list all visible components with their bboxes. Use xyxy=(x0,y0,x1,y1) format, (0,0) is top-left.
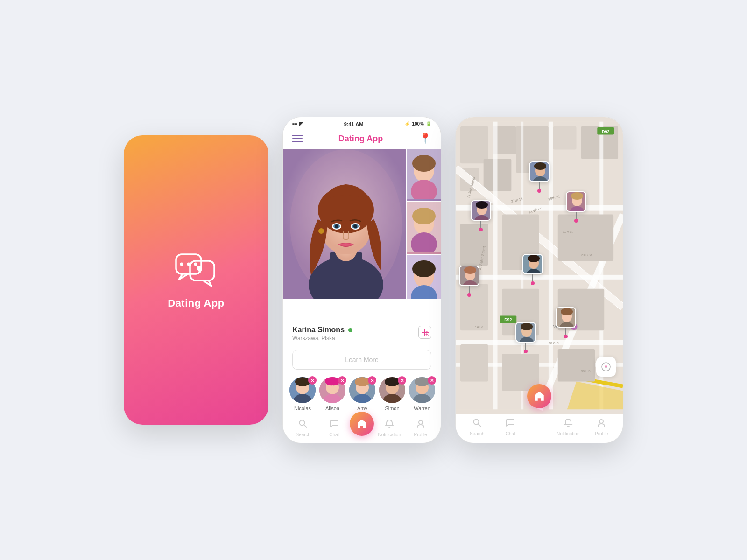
map-notification-icon xyxy=(564,418,573,430)
svg-rect-80 xyxy=(558,349,595,382)
map-pin-1[interactable] xyxy=(529,161,550,193)
svg-rect-62 xyxy=(553,126,577,150)
nav-notification[interactable]: Notification xyxy=(374,419,405,437)
svg-text:38th St: 38th St xyxy=(581,370,592,373)
match-avatar-wrap-warren: ✕ xyxy=(409,377,435,403)
match-close-simon[interactable]: ✕ xyxy=(398,376,406,385)
svg-point-130 xyxy=(599,420,603,423)
matches-section: ✕ Nicolas ✕ xyxy=(283,375,441,415)
svg-point-121 xyxy=(561,308,573,315)
online-indicator xyxy=(348,328,352,332)
nav-profile[interactable]: Profile xyxy=(405,419,437,437)
compass-button[interactable] xyxy=(596,357,616,377)
map-nav-chat-label: Chat xyxy=(506,431,515,436)
svg-point-51 xyxy=(415,377,430,386)
nav-notification-label: Notification xyxy=(378,432,401,437)
secondary-image-1 xyxy=(406,149,441,202)
match-item-nicolas[interactable]: ✕ Nicolas xyxy=(289,377,316,411)
signal-icon: ▪▪▪ ◤ xyxy=(292,121,303,127)
map-pin-2[interactable] xyxy=(471,200,491,231)
svg-point-14 xyxy=(335,224,338,228)
map-pin-avatar-2 xyxy=(471,200,491,221)
splash-screen: Dating App xyxy=(124,135,268,425)
header-title: Dating App xyxy=(338,134,383,144)
profile-images xyxy=(283,149,441,319)
svg-point-43 xyxy=(355,377,370,386)
chat-icon xyxy=(330,419,339,431)
match-close-amy[interactable]: ✕ xyxy=(368,376,376,385)
search-icon xyxy=(298,419,308,431)
svg-text:18 C St: 18 C St xyxy=(549,342,559,345)
location-button[interactable]: 📍 xyxy=(419,133,431,145)
profile-location: Warszawa, Plska xyxy=(292,335,352,342)
status-bar: ▪▪▪ ◤ 9:41 AM ⚡ 100% 🔋 xyxy=(283,117,441,129)
match-close-alison[interactable]: ✕ xyxy=(338,376,346,385)
menu-line-3 xyxy=(292,141,303,142)
match-avatar-wrap-simon: ✕ xyxy=(379,377,405,403)
match-avatar-wrap-amy: ✕ xyxy=(349,377,375,403)
map-pin-4[interactable] xyxy=(522,254,543,285)
app-screen: ▪▪▪ ◤ 9:41 AM ⚡ 100% 🔋 Dating App 📍 xyxy=(282,117,441,443)
bluetooth-icon: ⚡ xyxy=(404,121,410,126)
svg-text:23 B St: 23 B St xyxy=(581,253,592,257)
svg-point-21 xyxy=(412,155,436,172)
status-icons: ⚡ 100% 🔋 xyxy=(404,121,431,126)
map-pin-avatar-7 xyxy=(515,322,536,343)
map-nav-notification-label: Notification xyxy=(557,431,579,436)
map-nav-notification[interactable]: Notification xyxy=(551,418,585,436)
nav-search[interactable]: Search xyxy=(288,419,319,437)
svg-point-55 xyxy=(419,420,423,424)
matches-list: ✕ Nicolas ✕ xyxy=(289,377,434,411)
match-item-alison[interactable]: ✕ Alison xyxy=(319,377,345,411)
map-pin-avatar-4 xyxy=(522,254,543,274)
svg-point-117 xyxy=(464,266,476,274)
svg-point-101 xyxy=(534,162,546,170)
map-nav-chat[interactable]: Chat xyxy=(494,418,528,436)
svg-point-1 xyxy=(180,263,183,266)
add-profile-button[interactable]: + xyxy=(418,326,431,339)
learn-more-button[interactable]: Learn More xyxy=(292,350,431,370)
svg-point-105 xyxy=(476,201,488,209)
map-nav-search[interactable]: Search xyxy=(460,418,494,436)
splash-title: Dating App xyxy=(168,297,225,309)
match-item-amy[interactable]: ✕ Amy xyxy=(349,377,375,411)
svg-point-35 xyxy=(295,377,310,386)
map-pin-5[interactable] xyxy=(459,266,479,297)
menu-button[interactable] xyxy=(292,135,303,142)
map-pin-avatar-6 xyxy=(556,307,576,328)
nav-chat[interactable]: Chat xyxy=(319,419,350,437)
map-pin-avatar-1 xyxy=(529,161,550,182)
map-pin-6[interactable] xyxy=(556,307,576,338)
map-pin-7[interactable] xyxy=(515,322,536,353)
map-pin-avatar-3 xyxy=(566,191,586,212)
match-item-simon[interactable]: ✕ Simon xyxy=(379,377,405,411)
svg-rect-68 xyxy=(493,122,498,410)
map-pin-3[interactable] xyxy=(566,191,586,223)
svg-text:D92: D92 xyxy=(504,317,512,322)
match-name-nicolas: Nicolas xyxy=(294,406,311,411)
svg-text:21 A St: 21 A St xyxy=(563,230,573,233)
match-close-warren[interactable]: ✕ xyxy=(428,376,436,385)
secondary-image-3 xyxy=(406,255,441,299)
home-button[interactable] xyxy=(350,412,374,436)
svg-rect-4 xyxy=(190,261,214,280)
nav-search-label: Search xyxy=(296,432,310,437)
svg-text:+: + xyxy=(425,332,428,336)
map-nav-profile-label: Profile xyxy=(595,431,608,436)
map-area: 27th St Al Safar Street Al Jlsh Street 1… xyxy=(456,117,623,414)
match-item-warren[interactable]: ✕ Warren xyxy=(409,377,435,411)
match-name-alison: Alison xyxy=(325,406,339,411)
map-nav-profile[interactable]: Profile xyxy=(585,418,619,436)
menu-line-1 xyxy=(292,135,303,136)
match-close-nicolas[interactable]: ✕ xyxy=(308,376,317,385)
svg-point-25 xyxy=(412,208,436,224)
svg-point-109 xyxy=(571,192,583,200)
svg-line-54 xyxy=(304,425,307,428)
map-screen: 27th St Al Safar Street Al Jlsh Street 1… xyxy=(455,117,623,443)
battery-label: 100% xyxy=(412,121,424,126)
bottom-nav: Search Chat Notification Profile xyxy=(283,415,441,443)
map-bottom-nav: Search Chat Notification Profile xyxy=(456,414,623,443)
svg-line-129 xyxy=(478,424,481,427)
map-home-button[interactable] xyxy=(527,384,551,408)
svg-point-18 xyxy=(318,228,324,234)
